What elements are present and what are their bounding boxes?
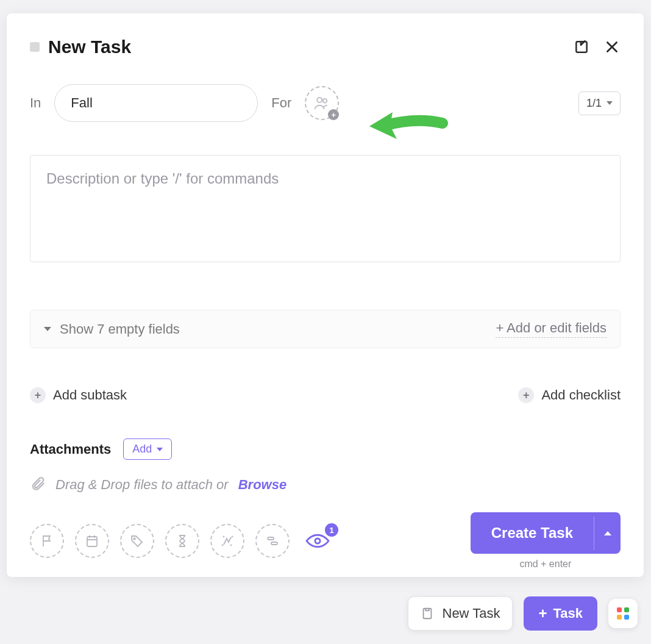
modal-footer: 1 Create Task cmd + enter (30, 512, 621, 570)
minimized-new-task-tab[interactable]: New Task (408, 596, 513, 631)
plus-icon: + (518, 387, 534, 403)
toggle-empty-fields[interactable]: Show 7 empty fields (44, 321, 180, 337)
create-task-label: Create Task (471, 512, 594, 554)
keyboard-hint: cmd + enter (519, 559, 571, 570)
svg-rect-6 (271, 542, 277, 545)
floating-bottom-bar: New Task + Task (408, 596, 638, 631)
task-options-row: 1 (30, 524, 335, 558)
create-task-wrapper: Create Task cmd + enter (471, 512, 621, 570)
add-attachment-label: Add (132, 443, 152, 456)
browse-link[interactable]: Browse (238, 477, 286, 493)
task-icon (421, 607, 434, 620)
task-status-indicator[interactable] (30, 42, 40, 52)
app-grid-button[interactable] (608, 599, 638, 628)
add-attachment-button[interactable]: Add (123, 438, 172, 460)
close-icon[interactable] (603, 38, 621, 55)
add-checklist-label: Add checklist (541, 387, 621, 403)
priority-flag-icon[interactable] (30, 524, 64, 558)
watchers-count-badge: 1 (325, 523, 338, 537)
paperclip-icon (30, 476, 46, 494)
dependencies-icon[interactable] (255, 524, 290, 558)
app-grid-icon (617, 607, 629, 620)
svg-rect-5 (268, 537, 274, 540)
tags-icon[interactable] (120, 524, 154, 558)
modal-header: New Task (30, 37, 621, 57)
due-date-icon[interactable] (75, 524, 109, 558)
chevron-down-icon (44, 327, 51, 331)
svg-point-4 (133, 538, 135, 540)
for-label: For (271, 95, 291, 111)
quick-task-button[interactable]: + Task (524, 596, 597, 631)
sprint-points-icon[interactable] (210, 524, 244, 558)
add-edit-fields-link[interactable]: + Add or edit fields (496, 320, 607, 338)
list-location-input[interactable] (54, 84, 258, 122)
task-count-value: 1/1 (586, 97, 602, 110)
watchers-button[interactable]: 1 (301, 531, 335, 551)
add-subtask-label: Add subtask (53, 387, 127, 403)
subtask-checklist-row: + Add subtask + Add checklist (30, 387, 621, 403)
add-assignee-plus-icon: + (328, 109, 339, 120)
new-task-modal: New Task In For + 1/1 Show 7 emp (7, 13, 644, 577)
expand-icon[interactable] (573, 38, 590, 55)
chevron-up-icon (604, 531, 611, 535)
add-subtask-button[interactable]: + Add subtask (30, 387, 127, 403)
custom-fields-bar: Show 7 empty fields + Add or edit fields (30, 310, 621, 348)
create-task-dropdown[interactable] (594, 517, 621, 550)
add-checklist-button[interactable]: + Add checklist (518, 387, 621, 403)
time-estimate-icon[interactable] (165, 524, 199, 558)
location-assignee-row: In For + 1/1 (30, 84, 621, 122)
modal-title: New Task (48, 37, 564, 57)
dropzone-text: Drag & Drop files to attach or (55, 477, 229, 493)
show-fields-label: Show 7 empty fields (60, 321, 180, 337)
minimized-task-label: New Task (443, 606, 500, 621)
quick-task-label: Task (553, 606, 583, 621)
svg-rect-3 (87, 537, 97, 546)
plus-icon: + (30, 387, 46, 403)
description-input[interactable] (30, 155, 621, 262)
svg-rect-8 (423, 609, 431, 619)
attachment-dropzone[interactable]: Drag & Drop files to attach or Browse (30, 476, 621, 494)
header-actions (573, 38, 621, 55)
svg-point-7 (315, 538, 320, 543)
plus-icon: + (538, 605, 547, 622)
assignee-picker[interactable]: + (305, 86, 339, 120)
create-task-button[interactable]: Create Task (471, 512, 621, 554)
in-label: In (30, 95, 41, 111)
chevron-down-icon (607, 101, 613, 105)
attachments-header: Attachments Add (30, 438, 621, 460)
svg-point-2 (323, 99, 327, 103)
svg-point-1 (318, 98, 322, 102)
attachments-title: Attachments (30, 442, 111, 457)
task-count-dropdown[interactable]: 1/1 (578, 91, 621, 115)
chevron-down-icon (157, 448, 163, 451)
